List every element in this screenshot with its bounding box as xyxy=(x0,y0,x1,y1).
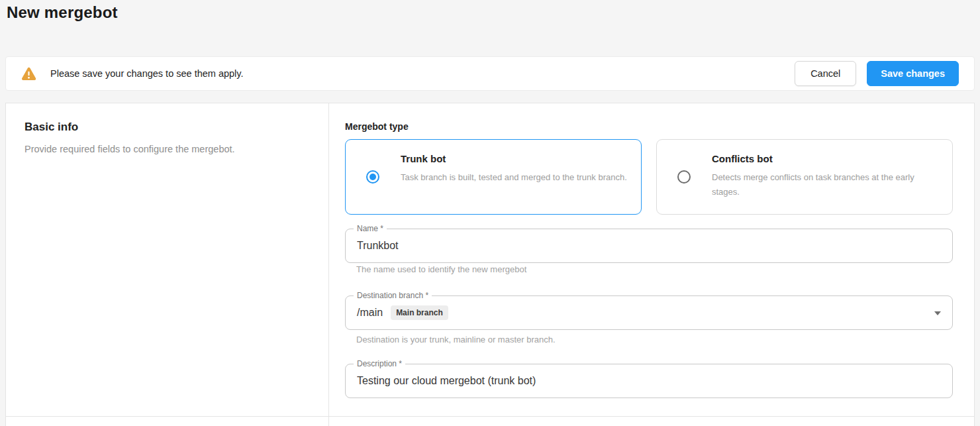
option-title: Conflicts bot xyxy=(712,153,773,164)
description-field: Description * xyxy=(345,364,953,398)
description-input[interactable] xyxy=(346,364,952,398)
destination-helper-text: Destination is your trunk, mainline or m… xyxy=(356,335,556,345)
mergebot-type-options: Trunk bot Task branch is built, tested a… xyxy=(345,139,953,215)
option-trunk-bot[interactable]: Trunk bot Task branch is built, tested a… xyxy=(345,139,642,215)
option-conflicts-bot[interactable]: Conflicts bot Detects merge conflicts on… xyxy=(656,139,953,215)
banner-message: Please save your changes to see them app… xyxy=(50,68,244,79)
radio-unselected-icon[interactable] xyxy=(677,170,691,184)
main-branch-chip: Main branch xyxy=(391,305,448,320)
name-input[interactable] xyxy=(346,229,952,262)
mergebot-config-panel: Basic info Provide required fields to co… xyxy=(5,103,975,426)
save-changes-button[interactable]: Save changes xyxy=(867,61,959,86)
option-description: Task branch is built, tested and merged … xyxy=(401,170,629,185)
name-field: Name * xyxy=(345,229,953,263)
warning-icon xyxy=(21,67,36,81)
banner-actions: Cancel Save changes xyxy=(795,61,959,86)
destination-value: /main xyxy=(357,307,383,319)
destination-branch-select[interactable]: Destination branch * /main Main branch xyxy=(345,295,953,330)
name-helper-text: The name used to identify the new mergeb… xyxy=(356,264,526,274)
option-title: Trunk bot xyxy=(401,153,446,164)
section-divider xyxy=(6,416,974,417)
page-title: New mergebot xyxy=(7,3,118,22)
mergebot-type-label: Mergebot type xyxy=(345,121,409,132)
vertical-divider xyxy=(328,103,329,426)
basic-info-subtitle: Provide required fields to configure the… xyxy=(24,144,235,154)
cancel-button[interactable]: Cancel xyxy=(795,61,856,86)
basic-info-title: Basic info xyxy=(24,121,78,134)
description-field-label: Description * xyxy=(354,359,405,368)
chevron-down-icon[interactable] xyxy=(934,311,941,315)
destination-field-label: Destination branch * xyxy=(354,291,432,300)
radio-selected-icon[interactable] xyxy=(366,170,379,184)
name-field-label: Name * xyxy=(354,224,387,233)
unsaved-changes-banner: Please save your changes to see them app… xyxy=(5,56,975,91)
option-description: Detects merge conflicts on task branches… xyxy=(712,170,940,199)
